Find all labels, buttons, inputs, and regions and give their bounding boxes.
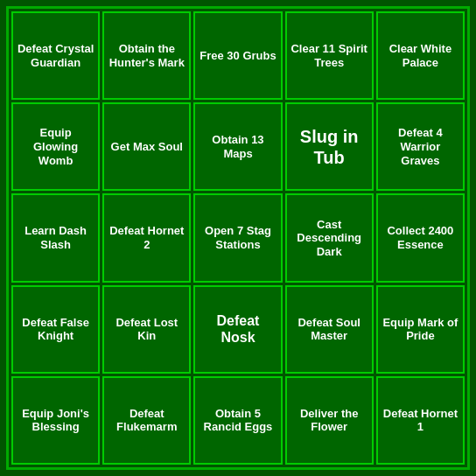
bingo-cell-12: Defeat Hornet 2	[102, 193, 191, 282]
bingo-cell-6: Equip Glowing Womb	[11, 102, 100, 191]
bingo-cell-18: Defeat Nosk	[193, 285, 282, 374]
bingo-cell-4: Clear 11 Spirit Trees	[285, 11, 374, 100]
bingo-cell-20: Equip Mark of Pride	[376, 285, 465, 374]
bingo-cell-19: Defeat Soul Master	[285, 285, 374, 374]
bingo-cell-13: Open 7 Stag Stations	[193, 193, 282, 282]
bingo-cell-5: Clear White Palace	[376, 11, 465, 100]
bingo-cell-25: Defeat Hornet 1	[376, 376, 465, 465]
bingo-cell-24: Deliver the Flower	[285, 376, 374, 465]
bingo-cell-8: Obtain 13 Maps	[193, 102, 282, 191]
bingo-cell-22: Defeat Flukemarm	[102, 376, 191, 465]
bingo-cell-1: Defeat Crystal Guardian	[11, 11, 100, 100]
bingo-cell-17: Defeat Lost Kin	[102, 285, 191, 374]
bingo-cell-16: Defeat False Knight	[11, 285, 100, 374]
bingo-cell-15: Collect 2400 Essence	[376, 193, 465, 282]
bingo-cell-7: Get Max Soul	[102, 102, 191, 191]
bingo-board: Defeat Crystal GuardianObtain the Hunter…	[6, 6, 470, 470]
bingo-cell-9: Slug in Tub	[285, 102, 374, 191]
bingo-cell-11: Learn Dash Slash	[11, 193, 100, 282]
bingo-cell-10: Defeat 4 Warrior Graves	[376, 102, 465, 191]
bingo-cell-14: Cast Descending Dark	[285, 193, 374, 282]
bingo-cell-2: Obtain the Hunter's Mark	[102, 11, 191, 100]
bingo-cell-21: Equip Joni's Blessing	[11, 376, 100, 465]
bingo-cell-23: Obtain 5 Rancid Eggs	[193, 376, 282, 465]
bingo-cell-3: Free 30 Grubs	[193, 11, 282, 100]
